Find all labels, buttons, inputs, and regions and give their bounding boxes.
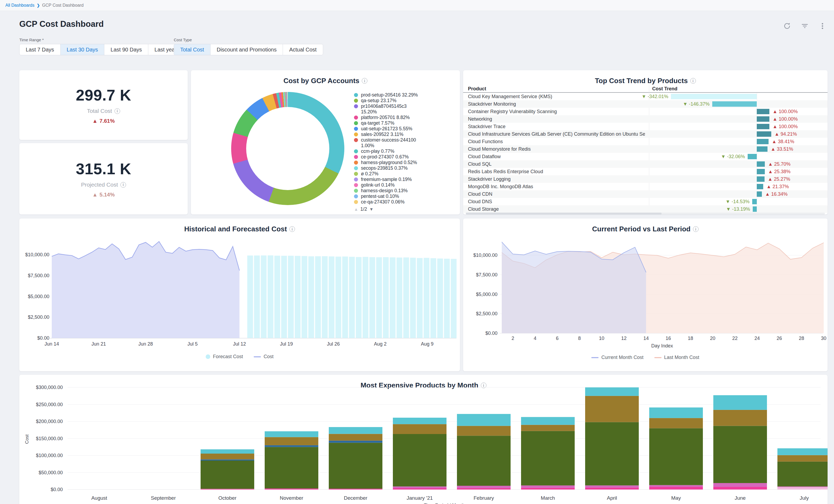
bar-segment-orchid[interactable] bbox=[457, 486, 511, 488]
legend-item-secops-239815[interactable]: secops-239815 0.37% bbox=[354, 166, 459, 171]
legend-item-[interactable]: ø 0.27% bbox=[354, 171, 459, 177]
kebab-menu-icon[interactable] bbox=[818, 22, 827, 30]
info-icon[interactable]: i bbox=[114, 108, 120, 114]
trend-bar[interactable] bbox=[752, 199, 757, 204]
bar-segment-brown[interactable] bbox=[585, 396, 639, 422]
bar-segment-orchid[interactable] bbox=[585, 485, 639, 488]
bar-segment-blue[interactable] bbox=[201, 460, 254, 461]
table-row-cloud-sql[interactable]: Cloud SQL▲ 25.70% bbox=[463, 160, 828, 168]
forecast-bar[interactable] bbox=[390, 257, 396, 338]
table-row-mongodb-inc-mongodb-atlas[interactable]: MongoDB Inc. MongoDB Atlas▲ 21.37% bbox=[463, 183, 828, 190]
legend-item-current-month-cost[interactable]: Current Month Cost bbox=[591, 355, 643, 360]
bar-segment-cyan[interactable] bbox=[521, 417, 575, 425]
forecast-bar[interactable] bbox=[302, 256, 307, 338]
bar-segment-olive[interactable] bbox=[393, 434, 446, 487]
cost-area-series[interactable] bbox=[52, 242, 240, 338]
forecast-bar[interactable] bbox=[363, 257, 369, 338]
bar-segment-brown[interactable] bbox=[777, 455, 828, 462]
refresh-icon[interactable] bbox=[783, 22, 791, 30]
forecast-bar[interactable] bbox=[424, 258, 430, 338]
bar-segment-cyan[interactable] bbox=[201, 449, 254, 454]
legend-item-pentest-uat[interactable]: pentest-uat 0.10% bbox=[354, 194, 459, 199]
info-icon[interactable]: i bbox=[120, 182, 126, 188]
bar-segment-cyan[interactable] bbox=[649, 408, 703, 418]
bar-segment-cyan[interactable] bbox=[713, 395, 767, 410]
bar-segment-olive[interactable] bbox=[265, 447, 318, 488]
bar-segment-olive[interactable] bbox=[585, 422, 639, 485]
legend-item-golink-url[interactable]: golink-url 0.14% bbox=[354, 182, 459, 188]
table-row-stackdriver-monitoring[interactable]: Stackdriver Monitoring▼ -146.37% bbox=[463, 100, 828, 108]
bar-segment-brown[interactable] bbox=[457, 426, 511, 436]
legend-item-harness-design[interactable]: harness-design 0.13% bbox=[354, 188, 459, 194]
bar-segment-blue[interactable] bbox=[329, 441, 382, 443]
legend-item-qa-setup[interactable]: qa-setup 23.17% bbox=[354, 98, 459, 104]
legend-item-harness-playground[interactable]: harness-playground 0.52% bbox=[354, 160, 459, 166]
bar-segment-brown[interactable] bbox=[521, 425, 575, 431]
table-scrollbar[interactable] bbox=[466, 213, 825, 215]
trend-bar[interactable] bbox=[757, 192, 762, 197]
bar-segment-magenta[interactable] bbox=[713, 487, 767, 489]
trend-bar[interactable] bbox=[757, 161, 765, 167]
bar-segment-orchid[interactable] bbox=[649, 485, 703, 487]
bar-segment-olive[interactable] bbox=[521, 431, 575, 485]
bar-segment-magenta[interactable] bbox=[585, 487, 639, 489]
bar-segment-olive[interactable] bbox=[713, 426, 767, 483]
legend-item-freemium-sample[interactable]: freemium-sample 0.19% bbox=[354, 177, 459, 182]
table-row-cloud-cdn[interactable]: Cloud CDN▲ 16.34% bbox=[463, 190, 828, 198]
bar-segment-magenta[interactable] bbox=[457, 488, 511, 489]
legend-item-last-month-cost[interactable]: Last Month Cost bbox=[654, 355, 699, 360]
legend-item-ccm-play[interactable]: ccm-play 0.77% bbox=[354, 149, 459, 154]
bar-segment-brown[interactable] bbox=[201, 454, 254, 460]
legend-item-customer-success-244100[interactable]: customer-success-2441001.00% bbox=[354, 137, 459, 149]
trend-bar[interactable] bbox=[757, 131, 771, 137]
forecast-bar[interactable] bbox=[431, 258, 436, 338]
forecast-bar[interactable] bbox=[356, 257, 362, 338]
filter-icon[interactable] bbox=[801, 22, 809, 30]
table-row-cloud-storage[interactable]: Cloud Storage▼ -13.19% bbox=[463, 205, 828, 213]
bar-segment-brown[interactable] bbox=[393, 424, 446, 434]
forecast-bar[interactable] bbox=[383, 257, 389, 338]
trend-bar[interactable] bbox=[757, 124, 769, 129]
bar-segment-olive[interactable] bbox=[777, 462, 828, 487]
legend-item-ce-qa-274307[interactable]: ce-qa-274307 0.06% bbox=[354, 199, 459, 205]
trend-bar[interactable] bbox=[671, 94, 757, 99]
bar-segment-magenta[interactable] bbox=[329, 489, 382, 489]
legend-page-down-icon[interactable]: ▼ bbox=[369, 207, 374, 212]
time-range-last-7-days[interactable]: Last 7 Days bbox=[19, 44, 61, 55]
product-column-header[interactable]: Product bbox=[468, 86, 486, 92]
info-icon[interactable]: i bbox=[690, 78, 696, 84]
bar-segment-orchid[interactable] bbox=[393, 487, 446, 488]
forecast-bar[interactable] bbox=[444, 259, 450, 338]
legend-item-platform-205701[interactable]: platform-205701 8.82% bbox=[354, 115, 459, 120]
trend-bar[interactable] bbox=[757, 176, 765, 182]
bar-segment-cyan[interactable] bbox=[393, 418, 446, 424]
trend-bar[interactable] bbox=[748, 154, 757, 159]
table-row-cloud-dataflow[interactable]: Cloud Dataflow▼ -32.06% bbox=[463, 153, 828, 160]
cost-type-actual-cost[interactable]: Actual Cost bbox=[283, 44, 323, 55]
legend-item-ce-prod-274307[interactable]: ce-prod-274307 0.67% bbox=[354, 154, 459, 160]
bar-segment-orchid[interactable] bbox=[521, 485, 575, 488]
bar-segment-magenta[interactable] bbox=[521, 488, 575, 489]
forecast-bar[interactable] bbox=[295, 256, 301, 338]
bar-segment-orchid[interactable] bbox=[777, 487, 828, 487]
forecast-bar[interactable] bbox=[268, 256, 273, 338]
legend-item-qa-target[interactable]: qa-target 7.57% bbox=[354, 120, 459, 126]
trend-bar[interactable] bbox=[757, 116, 769, 122]
table-row-cloud-functions[interactable]: Cloud Functions▲ 38.41% bbox=[463, 138, 828, 145]
bar-segment-olive[interactable] bbox=[329, 443, 382, 489]
bar-segment-blue[interactable] bbox=[265, 445, 318, 447]
legend-item-pr10406a87045145c3[interactable]: pr10406a87045145c315.20% bbox=[354, 104, 459, 115]
time-range-last-30-days[interactable]: Last 30 Days bbox=[60, 44, 105, 55]
table-row-networking[interactable]: Networking▲ 100.00% bbox=[463, 115, 828, 123]
bar-segment-magenta[interactable] bbox=[649, 487, 703, 489]
forecast-bar[interactable] bbox=[315, 256, 321, 338]
time-range-last-90-days[interactable]: Last 90 Days bbox=[104, 44, 148, 55]
forecast-bar[interactable] bbox=[275, 256, 280, 338]
table-row-cloud-infrastructure-services-gitlab-ser[interactable]: Cloud Infrastructure Services GitLab Ser… bbox=[463, 130, 828, 138]
forecast-bar[interactable] bbox=[308, 256, 314, 338]
breadcrumb-all-dashboards-link[interactable]: All Dashboards bbox=[5, 3, 35, 8]
trend-bar[interactable] bbox=[757, 109, 769, 114]
legend-item-sales-209522[interactable]: sales-209522 3.11% bbox=[354, 132, 459, 137]
forecast-bar[interactable] bbox=[410, 258, 416, 338]
legend-page-up-icon[interactable]: ▲ bbox=[354, 207, 358, 212]
